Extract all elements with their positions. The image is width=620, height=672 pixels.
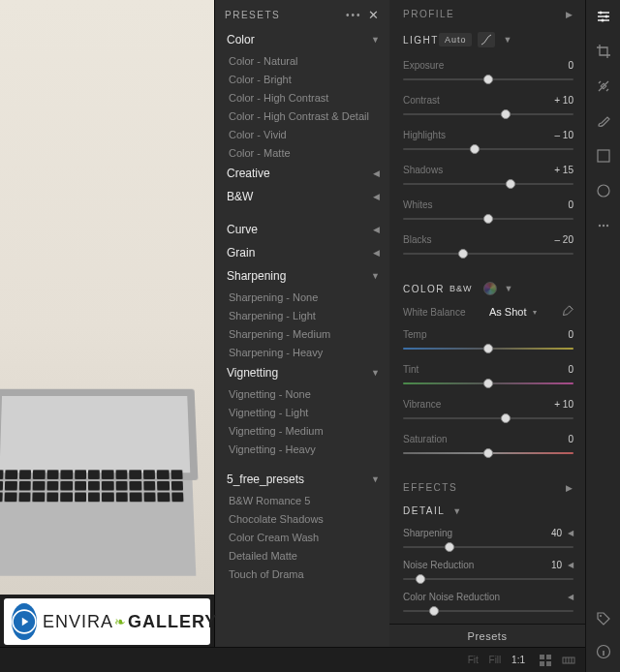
radial-gradient-icon[interactable] [595,182,612,199]
detail-noise-reduction: Noise Reduction10◀ [389,560,585,570]
preset-group-header[interactable]: Sharpening▼ [227,264,386,288]
preset-item[interactable]: Color - High Contrast & Detail [227,107,386,125]
slider-track[interactable] [403,107,574,121]
slider-track[interactable] [403,412,574,425]
close-icon[interactable]: ✕ [368,8,381,22]
chevron-left-icon: ◀ [373,225,380,234]
preset-item[interactable]: Vignetting - None [227,384,386,403]
preset-item[interactable]: Color Cream Wash [227,528,386,546]
preset-group-header[interactable]: Vignetting▼ [227,361,386,384]
slider-thumb[interactable] [429,606,439,616]
expand-icon[interactable]: ◀ [568,561,574,569]
preset-group-header[interactable]: B&W◀ [227,185,386,208]
presets-panel: PRESETS ••• ✕ Color▼Color - NaturalColor… [215,0,389,672]
zoom-1to1[interactable]: 1:1 [512,655,525,665]
preset-item[interactable]: Color - Matte [227,143,386,162]
watermark-logo: ENVIRA❧GALLERY [4,598,210,645]
slider-thumb[interactable] [483,214,493,224]
filmstrip-icon[interactable] [562,654,575,667]
chevron-down-icon[interactable]: ▼ [452,506,462,516]
eyedropper-icon[interactable] [560,305,574,319]
preset-item[interactable]: B&W Romance 5 [227,491,386,509]
slider-exposure: Exposure0 [389,60,585,86]
preset-item[interactable]: Sharpening - None [227,288,386,306]
slider-track[interactable] [403,446,574,460]
slider-track[interactable] [403,342,574,355]
preset-item[interactable]: Sharpening - Heavy [227,343,386,361]
slider-thumb[interactable] [483,379,493,388]
preset-group-header[interactable]: Color▼ [227,28,386,51]
preset-item[interactable]: Color - Bright [227,70,386,88]
detail-color-noise-reduction: Color Noise Reduction◀ [389,592,585,602]
preset-item[interactable]: Detailed Matte [227,546,386,565]
expand-icon[interactable]: ◀ [568,593,574,601]
slider-thumb[interactable] [445,542,454,552]
info-icon[interactable] [595,643,612,660]
slider-track[interactable] [403,572,574,584]
white-balance-select[interactable]: As Shot [489,306,527,318]
slider-thumb[interactable] [470,144,480,154]
zoom-fill[interactable]: Fill [489,655,502,665]
slider-label: Contrast [403,95,440,106]
auto-button[interactable]: Auto [439,33,473,46]
slider-thumb[interactable] [416,574,425,584]
preset-item[interactable]: Sharpening - Medium [227,324,386,343]
preset-item[interactable]: Color - Natural [227,51,386,70]
preset-group-header[interactable]: Curve◀ [227,218,386,241]
preset-group-header[interactable]: Creative◀ [227,162,386,185]
slider-thumb[interactable] [458,249,468,259]
slider-track[interactable] [403,142,574,156]
chevron-down-icon[interactable]: ▼ [503,35,512,45]
presets-menu-icon[interactable]: ••• [346,10,362,20]
zoom-fit[interactable]: Fit [468,655,479,665]
slider-value: 0 [568,364,574,375]
healing-icon[interactable] [595,77,612,95]
preset-item[interactable]: Chocolate Shadows [227,509,386,528]
crop-icon[interactable] [595,43,612,60]
preset-item[interactable]: Vignetting - Light [227,403,386,421]
preset-group-header[interactable]: Grain◀ [227,241,386,264]
slider-thumb[interactable] [501,109,511,119]
more-icon[interactable] [595,217,612,234]
color-mixer-icon[interactable] [483,282,497,295]
slider-track[interactable] [403,247,574,260]
tag-icon[interactable] [595,610,612,627]
slider-track[interactable] [403,73,574,86]
preset-item[interactable]: Color - Vivid [227,125,386,143]
chevron-down-icon: ▼ [371,474,380,484]
preset-item[interactable]: Color - High Contrast [227,88,386,107]
expand-icon[interactable]: ◀ [568,529,574,537]
preset-item[interactable]: Vignetting - Medium [227,421,386,440]
bw-button[interactable]: B&W [445,282,478,295]
slider-label: Exposure [403,60,444,71]
slider-thumb[interactable] [483,344,493,353]
chevron-down-icon: ▼ [371,35,380,45]
slider-thumb[interactable] [483,75,493,84]
linear-gradient-icon[interactable] [595,147,612,165]
chevron-down-icon[interactable]: ▼ [505,284,514,293]
presets-bottom-tab[interactable]: Presets [389,624,585,647]
profile-section[interactable]: PROFILE▶ [389,0,585,24]
slider-thumb[interactable] [483,448,493,458]
slider-track[interactable] [403,604,574,616]
preset-item[interactable]: Sharpening - Light [227,306,386,324]
preset-item[interactable]: Vignetting - Heavy [227,440,386,458]
slider-track[interactable] [403,212,574,226]
slider-value: + 10 [554,399,574,410]
slider-track[interactable] [403,177,574,191]
slider-blacks: Blacks– 20 [389,234,585,260]
edit-sliders-icon[interactable] [595,8,612,25]
grid-view-icon[interactable] [539,654,552,667]
brush-icon[interactable] [595,112,612,130]
slider-thumb[interactable] [506,179,515,189]
detail-sharpening: Sharpening40◀ [389,528,585,538]
slider-thumb[interactable] [501,413,511,423]
tone-curve-button[interactable] [478,32,495,47]
preset-group-header[interactable]: 5_free_presets▼ [227,468,386,491]
slider-track[interactable] [403,377,574,390]
effects-section[interactable]: EFFECTS▶ [389,473,585,498]
dropdown-caret-icon[interactable]: ▾ [533,308,537,317]
preset-item[interactable]: Touch of Drama [227,565,386,583]
image-preview[interactable] [0,0,214,595]
slider-track[interactable] [403,540,574,552]
